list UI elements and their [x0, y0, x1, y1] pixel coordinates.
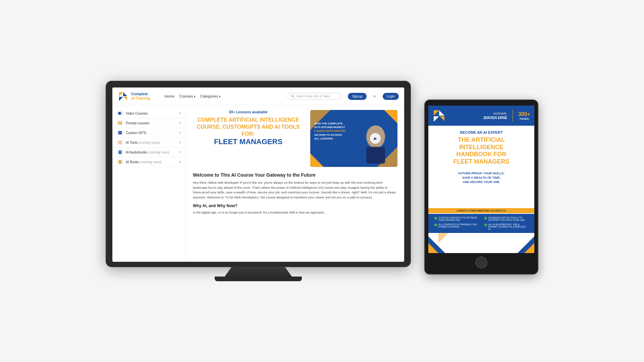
tablet-body: AUTHOR: JEROEN ERNÉ 300+ PAGES BECOME AN… [424, 100, 538, 275]
tablet-pages-label: PAGES [520, 117, 529, 120]
tablet-bottom-item-3: ALL COMPLETE AI TRAINING.COM HYBRID COUR… [434, 223, 478, 230]
svg-rect-8 [118, 122, 122, 124]
hero-left: 30+ Lessons available COMPLETE ARTIFICIA… [193, 110, 304, 167]
tablet-cover: AUTHOR: JEROEN ERNÉ 300+ PAGES BECOME AN… [428, 106, 534, 253]
monitor-screen: Complete AI Training Home Courses Catego… [112, 87, 404, 262]
sidebar-ai-books-label: AI Books (coming soon) [126, 160, 161, 164]
prompt-courses-icon [117, 121, 123, 125]
content-area: 30+ Lessons available COMPLETE ARTIFICIA… [186, 105, 404, 261]
sidebar-custom-gpts-label: Custom GPTs [126, 131, 147, 135]
tablet-badge: BECOME AN AI EXPERT [460, 130, 503, 134]
sidebar-prompt-courses-label: Prompt courses [126, 121, 149, 125]
hero-section: 30+ Lessons available COMPLETE ARTIFICIA… [193, 110, 397, 167]
site-main: Video Courses ✕ Prompt courses ✕ [112, 105, 404, 261]
search-bar[interactable]: Search your Job or Tasks [287, 93, 341, 100]
video-play-button[interactable]: ▶ [370, 133, 381, 144]
site-header: Complete AI Training Home Courses Catego… [112, 87, 404, 105]
tablet-bottom-item-4: ALL AI AUDIOBOOKS, JOB & PROMPT GUIDES O… [484, 223, 528, 230]
ai-tools-icon [117, 140, 123, 145]
nav-links: Home Courses Categories [165, 94, 281, 98]
tablet-bottom-text-3: ALL COMPLETE AI TRAINING.COM HYBRID COUR… [438, 223, 478, 228]
logo-text: Complete AI Training [131, 92, 150, 101]
tablet-bottom-item-2: DATABASE WITH AI TOOLS TO SUPPORT YOU WI… [484, 217, 528, 221]
ai-audiobooks-icon [117, 150, 123, 155]
sidebar-close-icon-6[interactable]: ✕ [178, 160, 181, 164]
svg-point-4 [291, 95, 293, 97]
hero-title-blue: FLEET MANAGERS [193, 137, 304, 146]
sidebar-item-ai-audiobooks[interactable]: AI Audiobooks (coming soon) ✕ [112, 147, 186, 157]
green-dot-1 [434, 217, 437, 220]
signup-button[interactable]: Signup [348, 93, 366, 100]
green-dot-2 [484, 217, 487, 220]
sidebar: Video Courses ✕ Prompt courses ✕ [112, 105, 186, 261]
svg-marker-2 [119, 97, 123, 101]
svg-rect-25 [366, 147, 385, 164]
hero-title-orange: COMPLETE ARTIFICIAL INTELLIGENCE COURSE,… [193, 117, 304, 137]
sidebar-ai-audiobooks-label: AI Audiobooks (coming soon) [126, 150, 169, 154]
sidebar-item-ai-books[interactable]: AI Books (coming soon) ✕ [112, 157, 186, 167]
svg-marker-7 [121, 113, 122, 114]
green-dot-4 [484, 224, 487, 226]
svg-marker-1 [123, 92, 127, 96]
tablet-deco-area [428, 233, 534, 253]
svg-point-14 [120, 142, 121, 143]
nav-home[interactable]: Home [165, 94, 174, 98]
tablet-logo-icon [432, 109, 446, 122]
sidebar-close-icon-3[interactable]: ✕ [178, 131, 181, 134]
tablet-screen: AUTHOR: JEROEN ERNÉ 300+ PAGES BECOME AN… [428, 106, 534, 253]
tablet-bottom-text-1: CUSTOM CHATGPTS TO OPTIMIZE YOUR WORKFLO… [438, 217, 478, 221]
sidebar-item-video-courses[interactable]: Video Courses ✕ [112, 109, 186, 118]
custom-gpts-icon: G [117, 130, 123, 135]
tablet-pages-count: 300+ [518, 111, 530, 117]
svg-marker-0 [119, 92, 123, 96]
svg-line-5 [293, 97, 294, 98]
sidebar-item-ai-tools[interactable]: AI Tools (coming soon) ✕ [112, 138, 186, 147]
article-body-1: Hey there, fellow web developer! If you'… [193, 180, 397, 200]
search-placeholder: Search your Job or Tasks [296, 95, 330, 98]
lessons-badge: 30+ Lessons available [193, 110, 304, 114]
monitor-body: Complete AI Training Home Courses Catego… [106, 81, 411, 267]
sidebar-close-icon-4[interactable]: ✕ [178, 141, 181, 144]
sidebar-item-custom-gpts[interactable]: G Custom GPTs ✕ [112, 128, 186, 138]
tablet-deco-svg [428, 233, 534, 253]
svg-rect-18 [119, 160, 121, 164]
svg-marker-3 [124, 97, 127, 100]
monitor-wrapper: Complete AI Training Home Courses Catego… [106, 81, 411, 281]
login-button[interactable]: Login [383, 93, 399, 100]
sidebar-ai-tools-label: AI Tools (coming soon) [126, 141, 160, 144]
article-heading-1: Welcome to This AI Course Your Gateway t… [193, 172, 397, 178]
tablet-home-button[interactable] [475, 256, 487, 268]
sidebar-close-icon-5[interactable]: ✕ [178, 150, 181, 154]
svg-marker-29 [440, 116, 444, 121]
logo-icon [118, 91, 128, 102]
green-dot-3 [434, 224, 437, 226]
scene: Complete AI Training Home Courses Catego… [106, 81, 538, 281]
tablet-main-title: THE ARTIFICIAL INTELLIGENCE HANDBOOK FOR… [453, 136, 509, 165]
tablet-wrapper: AUTHOR: JEROEN ERNÉ 300+ PAGES BECOME AN… [424, 100, 538, 275]
search-icon [291, 95, 294, 98]
svg-text:G: G [119, 132, 121, 134]
monitor-stand [225, 267, 292, 277]
svg-rect-6 [118, 112, 121, 115]
tablet-body-content: BECOME AN AI EXPERT THE ARTIFICIAL INTEL… [428, 126, 534, 208]
or-label: or [373, 95, 376, 98]
sidebar-close-icon-2[interactable]: ✕ [178, 121, 181, 125]
svg-marker-34 [438, 233, 448, 243]
nav-courses[interactable]: Courses [179, 94, 195, 98]
monitor-base [215, 277, 302, 281]
hero-video-thumbnail[interactable]: HOW THE COMPLETE AI PLATFORM WORKS? A QU… [310, 110, 397, 167]
svg-marker-28 [434, 116, 439, 122]
tablet-bottom-text-4: ALL AI AUDIOBOOKS, JOB & PROMPT GUIDES O… [488, 223, 528, 230]
access-banner: 1 MONTH COMPLIMENTARY ACCESS TO: [428, 208, 534, 213]
nav-categories[interactable]: Categories [200, 94, 221, 98]
svg-marker-27 [439, 110, 444, 116]
sidebar-item-prompt-courses[interactable]: Prompt courses ✕ [112, 118, 186, 128]
sidebar-video-courses-label: Video Courses [126, 112, 148, 115]
svg-marker-26 [434, 110, 439, 116]
logo-area: Complete AI Training [118, 91, 158, 102]
sidebar-close-icon[interactable]: ✕ [178, 112, 181, 115]
video-courses-icon [117, 111, 123, 116]
tablet-bottom-text-2: DATABASE WITH AI TOOLS TO SUPPORT YOU WI… [488, 217, 528, 221]
tablet-tagline: FUTURE-PROOF YOUR SKILLS; SAVE A WEALTH … [458, 171, 504, 184]
ai-books-icon [117, 160, 123, 164]
